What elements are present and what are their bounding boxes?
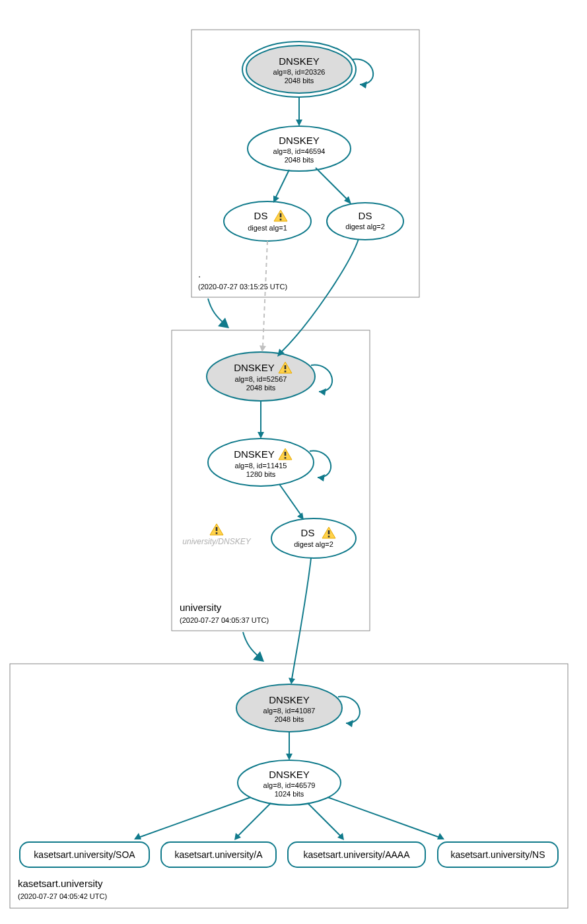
svg-text:1024 bits: 1024 bits [275,790,304,798]
svg-text:2048 bits: 2048 bits [246,384,276,392]
svg-text:DNSKEY: DNSKEY [279,55,320,67]
svg-text:digest alg=2: digest alg=2 [294,540,333,548]
zone-root: . (2020-07-27 03:15:25 UTC) DNSKEY alg=8… [191,30,419,297]
zone-kasetsart-timestamp: (2020-07-27 04:05:42 UTC) [18,892,107,900]
zone-university-timestamp: (2020-07-27 04:05:37 UTC) [180,616,269,624]
svg-marker-37 [318,474,325,481]
edge-university-to-kasetsart [243,632,264,662]
node-root-zsk: DNSKEY alg=8, id=46594 2048 bits [248,126,351,171]
svg-text:kasetsart.university/NS: kasetsart.university/NS [450,849,545,860]
svg-text:kasetsart.university/AAAA: kasetsart.university/AAAA [303,849,410,860]
node-uni-ds: DS digest alg=2 [271,518,356,558]
zone-root-timestamp: (2020-07-27 03:15:25 UTC) [198,283,287,291]
svg-text:2048 bits: 2048 bits [275,715,304,723]
svg-text:2048 bits: 2048 bits [285,156,314,164]
svg-marker-67 [437,833,444,839]
svg-marker-55 [286,754,293,760]
warning-icon [210,524,223,535]
svg-text:alg=8, id=46579: alg=8, id=46579 [263,781,316,789]
svg-text:DNSKEY: DNSKEY [234,362,275,373]
node-root-ds1: DS digest alg=1 [224,201,311,241]
svg-point-39 [271,518,356,558]
svg-point-15 [224,201,311,241]
svg-marker-29 [319,388,326,396]
svg-text:alg=8, id=20326: alg=8, id=20326 [273,68,326,76]
svg-text:DNSKEY: DNSKEY [269,769,310,780]
svg-point-18 [327,203,403,240]
node-kas-a: kasetsart.university/A [161,842,276,867]
node-kas-ns: kasetsart.university/NS [438,842,558,867]
svg-marker-49 [346,720,353,727]
zone-kasetsart: kasetsart.university (2020-07-27 04:05:4… [10,558,568,908]
svg-text:1280 bits: 1280 bits [246,470,276,478]
zone-root-title: . [198,268,201,279]
node-root-ds2: DS digest alg=2 [327,203,403,240]
svg-text:alg=8, id=46594: alg=8, id=46594 [273,147,326,155]
svg-text:DS: DS [301,527,315,538]
svg-text:university/DNSKEY: university/DNSKEY [182,537,251,546]
svg-text:DS: DS [254,210,268,221]
zone-kasetsart-title: kasetsart.university [18,878,103,889]
svg-marker-36 [258,432,264,439]
node-root-ksk: DNSKEY alg=8, id=20326 2048 bits [242,42,356,97]
zone-university-title: university [180,602,222,613]
edge-root-to-university [208,299,229,328]
svg-text:2048 bits: 2048 bits [285,77,314,85]
node-uni-ghost: university/DNSKEY [182,524,251,546]
svg-text:digest alg=1: digest alg=1 [248,224,287,232]
svg-text:digest alg=2: digest alg=2 [345,223,385,231]
svg-text:kasetsart.university/A: kasetsart.university/A [174,849,263,860]
node-kas-soa: kasetsart.university/SOA [20,842,149,867]
svg-text:alg=8, id=41087: alg=8, id=41087 [263,707,316,715]
zone-university: university (2020-07-27 04:05:37 UTC) DNS… [172,239,370,631]
dnssec-diagram: . (2020-07-27 03:15:25 UTC) DNSKEY alg=8… [0,0,587,924]
svg-text:alg=8, id=11415: alg=8, id=11415 [235,462,287,470]
node-kas-ksk: DNSKEY alg=8, id=41087 2048 bits [236,684,342,732]
svg-marker-30 [259,345,266,352]
svg-marker-14 [296,120,302,126]
svg-text:DNSKEY: DNSKEY [269,694,310,705]
node-uni-ksk: DNSKEY alg=8, id=52567 2048 bits [207,352,315,401]
svg-text:alg=8, id=52567: alg=8, id=52567 [235,375,287,383]
svg-text:DS: DS [359,210,372,221]
node-kas-zsk: DNSKEY alg=8, id=46579 1024 bits [238,760,341,805]
node-uni-zsk: DNSKEY alg=8, id=11415 1280 bits [208,439,314,486]
svg-marker-9 [360,81,367,89]
svg-text:DNSKEY: DNSKEY [234,448,275,460]
svg-marker-50 [289,678,295,684]
svg-marker-64 [134,833,141,839]
svg-text:kasetsart.university/SOA: kasetsart.university/SOA [34,849,135,860]
svg-text:DNSKEY: DNSKEY [279,135,320,146]
node-kas-aaaa: kasetsart.university/AAAA [288,842,425,867]
